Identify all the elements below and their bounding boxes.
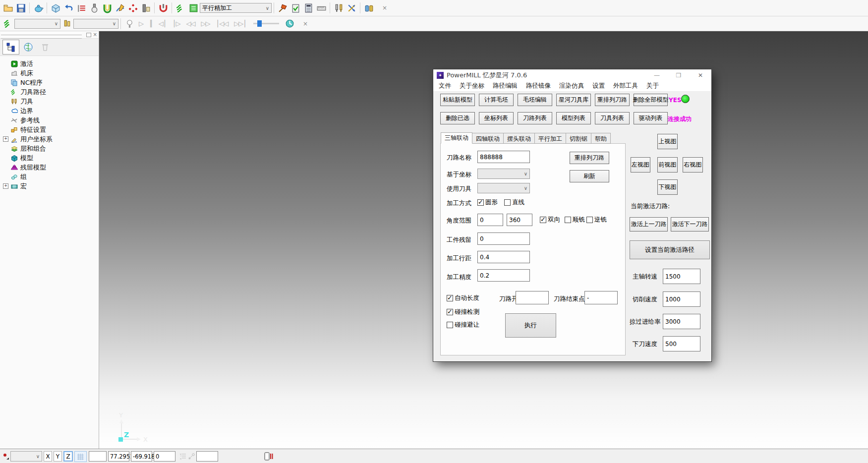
tree-item-patterns[interactable]: 参考线 — [4, 116, 99, 125]
tree-item-workplanes[interactable]: +用户坐标系 — [4, 134, 99, 144]
step-back-button[interactable]: ◁│ — [156, 20, 170, 27]
tab-help[interactable]: 帮助 — [591, 133, 611, 144]
points-pattern-icon[interactable] — [126, 1, 139, 14]
view-left-button[interactable]: 左视图 — [631, 157, 650, 173]
tool-database-icon[interactable] — [362, 1, 375, 14]
collision-avoid-checkbox[interactable]: 碰撞避让 — [447, 321, 479, 329]
dialog-titlebar[interactable]: ✦ PowerMILL 忆梦星河 7.0.6 — ❒ ✕ — [433, 69, 711, 81]
bidirectional-checkbox[interactable]: 双向 — [540, 216, 560, 224]
toolpath-gouge-icon[interactable] — [157, 1, 170, 14]
step-forward-button[interactable]: │▷ — [170, 20, 183, 27]
tree-item-toolpaths[interactable]: 刀具路径 — [4, 87, 99, 97]
tab-world-view[interactable] — [20, 40, 36, 54]
menu-external-tools[interactable]: 外部工具 — [613, 82, 638, 90]
cutting-speed-input[interactable]: 1000 — [663, 291, 700, 307]
view-top-button[interactable]: 上视图 — [657, 134, 678, 149]
pencil-curve-icon[interactable] — [114, 1, 126, 14]
plunge-speed-input[interactable]: 500 — [663, 336, 700, 351]
tree-expander[interactable]: + — [3, 183, 8, 189]
active-toolpath-selector[interactable]: 平行精加工 ∨ — [200, 3, 272, 13]
rewind-button[interactable]: ◁◁ — [183, 20, 198, 27]
tab-explorer-tree[interactable] — [2, 40, 19, 55]
simulation-toolpath-selector[interactable]: ∨ — [14, 19, 60, 29]
record-tool-button[interactable] — [2, 451, 9, 462]
toolpath-spring-icon[interactable] — [174, 1, 187, 14]
edit-stock-button[interactable]: 毛坯编辑 — [518, 94, 552, 106]
toolpath-list-icon[interactable] — [187, 1, 200, 14]
tree-item-boundaries[interactable]: 边界 — [4, 106, 99, 116]
delete-all-models-button[interactable]: 删除全部模型 — [634, 94, 668, 106]
tool-library-button[interactable]: 星河刀具库 — [556, 94, 591, 106]
tree-item-tools[interactable]: 刀具 — [4, 97, 99, 106]
menu-about[interactable]: 关于 — [646, 82, 659, 90]
swap-tools-icon[interactable] — [345, 1, 358, 14]
clock-icon[interactable] — [283, 17, 296, 30]
use-tool-select[interactable]: ∨ — [477, 183, 530, 193]
tool-list-button[interactable]: 刀具列表 — [595, 112, 630, 124]
method-circle-checkbox[interactable]: 圆形 — [477, 198, 498, 207]
axis-y-button[interactable]: Y — [54, 451, 62, 462]
cursor-z-field[interactable]: 0 — [154, 451, 175, 462]
cursor-x-field[interactable]: 77.2951 — [108, 451, 129, 462]
stock-remain-input[interactable]: 0 — [477, 232, 530, 245]
tree-item-models[interactable]: 模型 — [4, 153, 99, 163]
measure-field[interactable] — [196, 451, 218, 462]
drill-tool-icon[interactable] — [139, 1, 152, 14]
grid-size-field[interactable] — [89, 451, 107, 462]
slider-handle[interactable] — [257, 20, 262, 27]
base-coord-select[interactable]: ∨ — [477, 169, 530, 179]
toolpath-name-input[interactable]: 888888 — [477, 151, 530, 163]
go-start-button[interactable]: │◁◁ — [213, 20, 231, 27]
block-icon[interactable] — [49, 1, 62, 14]
coord-list-button[interactable]: 坐标列表 — [479, 112, 514, 124]
view-front-button[interactable]: 前视图 — [657, 157, 678, 173]
panel-float-icon[interactable] — [86, 33, 91, 37]
collision-check-checkbox[interactable]: 碰撞检测 — [447, 308, 479, 316]
paste-model-button[interactable]: 粘贴新模型 — [440, 94, 475, 106]
drive-list-button[interactable]: 驱动列表 — [634, 112, 668, 124]
panel-grip[interactable]: × — [0, 31, 99, 39]
tree-item-groups[interactable]: 组 — [4, 172, 99, 181]
axis-z-button[interactable]: Z — [63, 451, 73, 462]
skim-feed-input[interactable]: 3000 — [663, 314, 700, 329]
grid-toggle-button[interactable] — [74, 451, 87, 462]
method-line-checkbox[interactable]: 直线 — [504, 198, 524, 207]
activate-next-button[interactable]: 激活下一刀路 — [671, 217, 709, 232]
close-button[interactable]: ✕ — [690, 72, 711, 79]
pause-button[interactable]: ║ — [146, 20, 156, 27]
climb-checkbox[interactable]: 顺铣 — [565, 216, 585, 224]
angle-from-input[interactable]: 0 — [477, 214, 503, 226]
tree-item-stock-models[interactable]: 残留模型 — [4, 163, 99, 172]
hammer-icon[interactable] — [276, 1, 289, 14]
panel-close-icon[interactable]: × — [93, 32, 97, 37]
save-icon[interactable] — [14, 1, 27, 14]
tree-item-machine[interactable]: 机床 — [4, 68, 99, 78]
refresh-button[interactable]: 刷新 — [570, 170, 609, 182]
toolbar-close-icon[interactable]: × — [296, 17, 315, 30]
menu-path-edit[interactable]: 路径编辑 — [493, 82, 518, 90]
bar-list-icon[interactable] — [75, 1, 88, 14]
menu-path-mirror[interactable]: 路径镜像 — [526, 82, 551, 90]
tool-pair-icon[interactable] — [332, 1, 345, 14]
tab-tilt-head[interactable]: 摆头联动 — [504, 133, 535, 144]
model-list-button[interactable]: 模型列表 — [556, 112, 591, 124]
view-right-button[interactable]: 右视图 — [683, 157, 703, 173]
toolpath-list-button[interactable]: 刀路列表 — [518, 112, 552, 124]
start-point-input[interactable] — [516, 291, 549, 304]
view-bottom-button[interactable]: 下视图 — [657, 179, 678, 195]
maximize-button[interactable]: ❒ — [668, 72, 690, 79]
tab-parallel[interactable]: 平行加工 — [535, 133, 566, 144]
end-point-input[interactable]: - — [584, 291, 618, 304]
lamp-icon[interactable] — [123, 17, 136, 30]
tree-item-nc-programs[interactable]: NC程序 — [4, 78, 99, 87]
toolbar-close-icon[interactable]: × — [375, 1, 394, 14]
simulation-speed-slider[interactable] — [253, 23, 279, 24]
menu-render-sim[interactable]: 渲染仿真 — [559, 82, 584, 90]
axis-x-button[interactable]: X — [44, 451, 52, 462]
spindle-speed-input[interactable]: 1500 — [663, 269, 700, 284]
conventional-checkbox[interactable]: 逆铣 — [586, 216, 607, 224]
tree-item-feature-sets[interactable]: 特征设置 — [4, 125, 99, 134]
u-channel-icon[interactable] — [101, 1, 114, 14]
tolerance-input[interactable]: 0.2 — [477, 269, 530, 282]
fast-forward-button[interactable]: ▷▷ — [198, 20, 213, 27]
